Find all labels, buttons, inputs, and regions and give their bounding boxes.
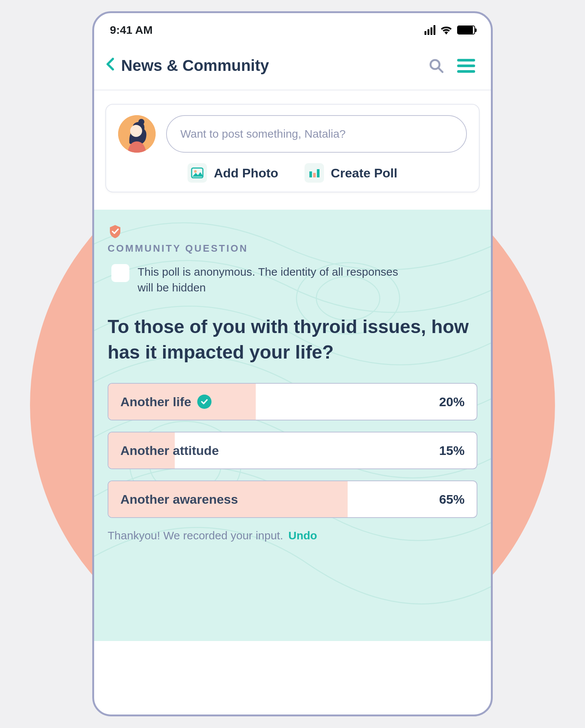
page-title: News & Community [121,57,269,75]
poll-option-pct: 15% [439,443,465,458]
poll-option-1[interactable]: Another attitude 15% [108,432,477,469]
wifi-icon [441,26,452,35]
photo-icon [188,163,207,183]
svg-rect-7 [309,171,312,177]
status-bar: 9:41 AM [94,13,491,42]
create-poll-label: Create Poll [331,166,398,180]
create-poll-button[interactable]: Create Poll [304,163,398,183]
poll-option-label: Another awareness [120,492,238,507]
battery-icon [457,26,475,35]
shield-check-icon [108,224,123,239]
community-question-section: COMMUNITY QUESTION This poll is anonymou… [94,210,491,641]
thankyou-text: Thankyou! We recorded your input. [108,529,283,542]
question-title: To those of you with thyroid issues, how… [108,314,477,365]
phone-frame: 9:41 AM News & Community [92,11,493,716]
selected-check-icon [197,395,212,409]
svg-point-3 [130,125,142,137]
chevron-left-icon [105,57,114,71]
app-header: News & Community [94,42,491,90]
add-photo-button[interactable]: Add Photo [188,163,278,183]
poll-option-pct: 65% [439,492,465,507]
undo-link[interactable]: Undo [288,529,317,542]
svg-point-4 [138,119,144,125]
poll-option-label: Another life [120,395,191,409]
section-label: COMMUNITY QUESTION [108,243,477,254]
avatar[interactable] [118,115,156,153]
svg-line-1 [439,68,442,72]
poll-option-pct: 20% [439,395,465,409]
compose-placeholder: Want to post something, Natalia? [180,128,346,140]
anonymous-notice: This poll is anonymous. The identity of … [108,264,477,296]
svg-rect-8 [313,173,316,177]
anonymous-text: This poll is anonymous. The identity of … [138,264,408,296]
back-button[interactable] [105,57,114,74]
hamburger-menu-icon[interactable] [457,59,475,73]
poll-option-0[interactable]: Another life 20% [108,383,477,420]
svg-point-6 [194,170,197,173]
status-time: 9:41 AM [110,24,153,36]
search-icon[interactable] [429,58,444,73]
svg-rect-9 [317,169,320,177]
poll-option-label: Another attitude [120,443,219,458]
compose-input[interactable]: Want to post something, Natalia? [166,115,467,153]
compose-card: Want to post something, Natalia? Add Pho… [105,104,480,192]
poll-icon [304,163,324,183]
status-right [424,25,475,35]
cellular-signal-icon [424,25,435,35]
anonymous-checkbox[interactable] [111,264,129,282]
thankyou-row: Thankyou! We recorded your input. Undo [108,529,477,542]
add-photo-label: Add Photo [214,166,278,180]
poll-option-2[interactable]: Another awareness 65% [108,480,477,518]
